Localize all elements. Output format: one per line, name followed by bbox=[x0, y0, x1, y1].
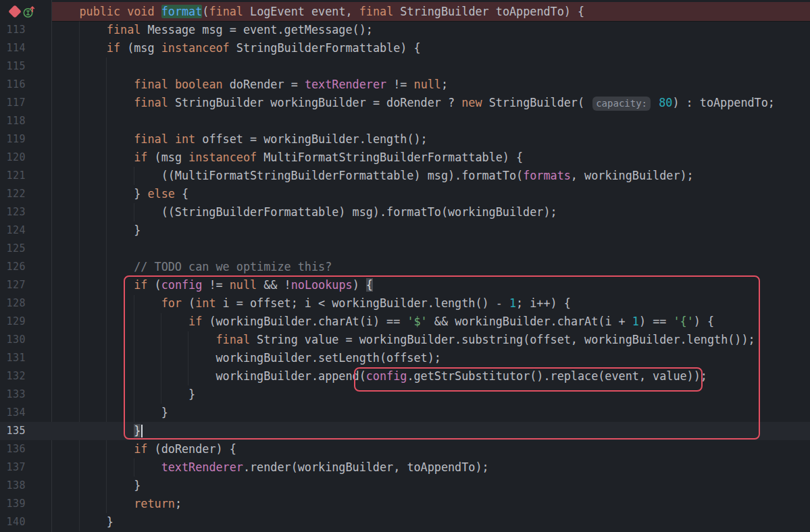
sticky-method-signature: public void format(final LogEvent event,… bbox=[0, 2, 810, 21]
code-token: MultiFormatStringBuilderFormattable) { bbox=[257, 151, 523, 164]
code-line[interactable]: 119 final int offset = workingBuilder.le… bbox=[0, 130, 810, 149]
code-text: final StringBuilder workingBuilder = doR… bbox=[0, 94, 810, 113]
code-line[interactable]: 139 return; bbox=[0, 495, 810, 513]
line-number[interactable]: 138 bbox=[0, 477, 26, 495]
code-token bbox=[52, 278, 134, 292]
code-token: offset = workingBuilder.length(); bbox=[195, 132, 428, 146]
code-line[interactable]: 124 } bbox=[0, 221, 810, 240]
code-token: int bbox=[175, 132, 195, 146]
code-line[interactable]: 126 // TODO can we optimize this? bbox=[0, 258, 810, 276]
line-number[interactable]: 130 bbox=[0, 331, 26, 349]
code-line[interactable]: 114 if (msg instanceof StringBuilderForm… bbox=[0, 39, 810, 57]
code-token: (msg bbox=[147, 151, 188, 164]
parameter-hint: capacity: bbox=[592, 97, 651, 111]
code-text: // TODO can we optimize this? bbox=[0, 258, 810, 276]
code-token bbox=[52, 460, 161, 474]
code-token: ; bbox=[175, 497, 182, 510]
sticky-method-header[interactable]: public void format(final LogEvent event,… bbox=[0, 2, 810, 21]
line-number[interactable]: 135 bbox=[0, 422, 26, 440]
code-line[interactable]: 118 bbox=[0, 112, 810, 130]
code-token: final bbox=[134, 132, 168, 146]
line-number[interactable]: 129 bbox=[0, 313, 26, 331]
code-token: void bbox=[127, 5, 154, 18]
code-token bbox=[52, 78, 134, 91]
line-number[interactable]: 123 bbox=[0, 203, 26, 221]
code-line[interactable]: 125 bbox=[0, 240, 810, 258]
line-number[interactable]: 139 bbox=[0, 495, 26, 513]
code-token: { bbox=[175, 187, 188, 201]
code-token: new bbox=[461, 96, 482, 109]
code-token: final bbox=[359, 5, 394, 18]
ide-window: { "theme": { "bg": "#1e2126", "fg": "#bc… bbox=[0, 0, 810, 532]
code-text: } else { bbox=[0, 185, 810, 203]
line-number[interactable]: 127 bbox=[0, 276, 26, 294]
code-token: , workingBuilder); bbox=[571, 169, 694, 182]
line-number[interactable]: 140 bbox=[0, 513, 26, 531]
line-number[interactable]: 137 bbox=[0, 458, 26, 477]
code-text: final int offset = workingBuilder.length… bbox=[0, 130, 810, 149]
code-line[interactable]: 140 } bbox=[0, 513, 810, 531]
line-number[interactable]: 122 bbox=[0, 185, 26, 203]
code-line[interactable]: 122 } else { bbox=[0, 185, 810, 203]
code-token bbox=[52, 151, 134, 164]
code-token: ( bbox=[202, 5, 209, 18]
code-token: } bbox=[52, 187, 147, 201]
code-token: instanceof bbox=[188, 151, 257, 164]
line-number[interactable]: 132 bbox=[0, 367, 26, 385]
code-token: StringBuilderFormattable) { bbox=[230, 41, 421, 55]
code-text: textRenderer.render(workingBuilder, toAp… bbox=[0, 458, 810, 477]
annotation-box-inner bbox=[354, 367, 703, 392]
code-text: final boolean doRender = textRenderer !=… bbox=[0, 76, 810, 94]
code-line[interactable]: 116 final boolean doRender = textRendere… bbox=[0, 76, 810, 94]
code-token bbox=[155, 5, 161, 18]
code-text: ((StringBuilderFormattable) msg).formatT… bbox=[0, 203, 810, 221]
code-token: LogEvent event, bbox=[243, 5, 359, 18]
code-text: return; bbox=[0, 495, 810, 513]
code-token: (msg bbox=[120, 41, 161, 55]
line-number[interactable]: 136 bbox=[0, 440, 26, 458]
line-number[interactable]: 117 bbox=[0, 94, 26, 112]
line-number[interactable]: 134 bbox=[0, 404, 26, 422]
code-line[interactable]: 117 final StringBuilder workingBuilder =… bbox=[0, 94, 810, 112]
code-token: final bbox=[107, 23, 141, 36]
line-number[interactable]: 126 bbox=[0, 258, 26, 276]
code-token: final bbox=[209, 5, 243, 18]
code-line[interactable]: 136 if (doRender) { bbox=[0, 440, 810, 458]
line-number[interactable]: 124 bbox=[0, 221, 26, 240]
code-token: doRender = bbox=[223, 78, 305, 91]
code-token bbox=[652, 96, 659, 109]
line-number[interactable]: 119 bbox=[0, 130, 26, 149]
code-line[interactable]: 115 bbox=[0, 57, 810, 76]
code-line[interactable]: 123 ((StringBuilderFormattable) msg).for… bbox=[0, 203, 810, 221]
code-token: != bbox=[386, 78, 413, 91]
code-token: textRenderer bbox=[161, 460, 243, 474]
line-number[interactable]: 125 bbox=[0, 240, 26, 258]
line-number[interactable]: 131 bbox=[0, 349, 26, 367]
line-number[interactable]: 113 bbox=[0, 21, 26, 39]
line-number[interactable]: 120 bbox=[0, 149, 26, 167]
code-line[interactable]: 120 if (msg instanceof MultiFormatString… bbox=[0, 149, 810, 167]
code-token: formats bbox=[523, 169, 571, 182]
line-number[interactable]: 114 bbox=[0, 39, 26, 57]
line-number[interactable]: 133 bbox=[0, 385, 26, 404]
code-token: if bbox=[107, 41, 120, 55]
line-number[interactable]: 128 bbox=[0, 294, 26, 313]
code-token: ((StringBuilderFormattable) msg).formatT… bbox=[52, 205, 557, 219]
code-line[interactable]: 121 ((MultiFormatStringBuilderFormattabl… bbox=[0, 167, 810, 185]
code-token: ) : toAppendTo; bbox=[672, 96, 775, 109]
line-number[interactable]: 115 bbox=[0, 57, 26, 76]
code-editor[interactable]: 113 final Message msg = event.getMessage… bbox=[0, 0, 810, 532]
line-number[interactable]: 121 bbox=[0, 167, 26, 185]
code-token: instanceof bbox=[161, 41, 230, 55]
code-text: ((MultiFormatStringBuilderFormattable) m… bbox=[0, 167, 810, 185]
code-text: final Message msg = event.getMessage(); bbox=[0, 21, 810, 39]
code-line[interactable]: 138 } bbox=[0, 477, 810, 495]
code-line[interactable]: 137 textRenderer.render(workingBuilder, … bbox=[0, 458, 810, 477]
code-token: if bbox=[134, 151, 147, 164]
code-token: null bbox=[414, 78, 441, 91]
code-line[interactable]: 113 final Message msg = event.getMessage… bbox=[0, 21, 810, 39]
line-number[interactable]: 116 bbox=[0, 76, 26, 94]
code-token bbox=[52, 23, 107, 36]
line-number[interactable]: 118 bbox=[0, 112, 26, 130]
code-token: } bbox=[52, 479, 141, 492]
